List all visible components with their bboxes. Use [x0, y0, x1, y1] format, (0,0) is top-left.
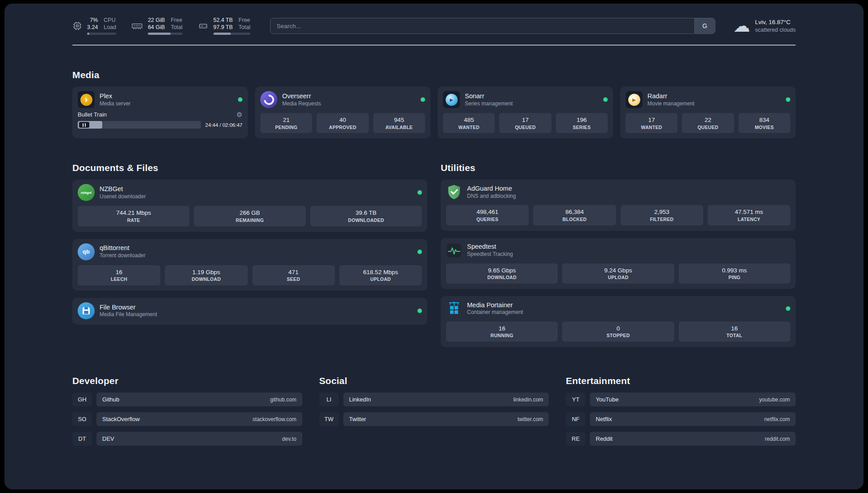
- stat-seed: 471 SEED: [252, 265, 335, 285]
- memory-widget: 22 GiB Free 64 GiB Total: [131, 17, 183, 35]
- bookmark-name: YouTube: [596, 396, 618, 403]
- service-card-filebrowser[interactable]: File Browser Media File Management: [72, 298, 427, 325]
- cloud-icon: ☁: [733, 17, 750, 34]
- stat-pending: 21 PENDING: [260, 113, 312, 133]
- stat-label: REMAINING: [196, 217, 304, 224]
- stat-value: 21: [262, 116, 310, 124]
- stat-value: 39.6 TB: [312, 209, 420, 217]
- playback-time: 24:44 / 02:06:47: [205, 122, 242, 128]
- stat-label: QUERIES: [448, 217, 527, 223]
- stat-available: 945 AVAILABLE: [373, 113, 425, 133]
- disk-widget: 52.4 TB Free 97.9 TB Total: [198, 17, 250, 35]
- stat-label: UPLOAD: [564, 275, 672, 281]
- service-card-qbittorrent[interactable]: qb qBittorrent Torrent downloader 16 LEE…: [72, 239, 427, 291]
- stat-value: 485: [445, 116, 493, 124]
- bookmark-pill: Github github.com: [96, 393, 302, 406]
- service-card-overseerr[interactable]: Overseerr Media Requests 21 PENDING 40 A…: [255, 87, 430, 138]
- section-title-media: Media: [72, 70, 796, 80]
- bookmark-dev[interactable]: DT DEV dev.to: [72, 432, 302, 446]
- stat-label: TOTAL: [680, 333, 789, 339]
- stat-value: 196: [558, 116, 606, 124]
- cpu-load: 3.24: [87, 24, 98, 31]
- stat-movies: 834 MOVIES: [739, 113, 790, 133]
- service-desc: Media Requests: [282, 100, 321, 108]
- section-documents: Documents & Files nzbget NZBGet Usenet d…: [72, 163, 427, 347]
- section-title-documents: Documents & Files: [72, 163, 427, 173]
- stat-remaining: 266 GB REMAINING: [194, 206, 305, 226]
- service-card-radarr[interactable]: ▶ Radarr Movie management 17 WANTED 22 Q…: [620, 87, 796, 138]
- bookmark-pill: YouTube youtube.com: [590, 393, 796, 406]
- stat-label: LATENCY: [709, 217, 789, 223]
- stat-label: DOWNLOAD: [167, 276, 246, 283]
- service-card-portainer[interactable]: Media Portainer Container management 16 …: [441, 296, 796, 347]
- bookmark-url: youtube.com: [759, 397, 790, 403]
- section-utilities: Utilities: [441, 163, 796, 347]
- bookmark-twitter[interactable]: TW Twitter twitter.com: [319, 412, 549, 426]
- memory-free-label: Free: [171, 17, 182, 24]
- stat-value: 266 GB: [196, 209, 304, 217]
- stat-label: WANTED: [445, 125, 493, 131]
- service-desc: Container management: [467, 309, 523, 316]
- service-desc: Movie management: [647, 100, 694, 108]
- gear-icon[interactable]: ⚙: [237, 111, 242, 118]
- weather-widget: ☁ Lviv, 16.87°C scattered clouds: [733, 17, 796, 34]
- stat-rate: 744.21 Mbps RATE: [78, 206, 189, 226]
- status-dot: [417, 309, 422, 313]
- status-dot: [603, 97, 608, 102]
- section-title-entertainment: Entertainment: [566, 376, 796, 386]
- header-divider: [72, 45, 796, 46]
- cpu-load-label: Load: [104, 24, 116, 31]
- bookmark-url: netflix.com: [764, 416, 790, 422]
- memory-icon: [131, 21, 143, 31]
- status-dot: [786, 306, 790, 311]
- bookmark-name: DEV: [102, 435, 114, 442]
- bookmark-reddit[interactable]: RE Reddit reddit.com: [566, 432, 796, 446]
- service-name: qBittorrent: [100, 244, 146, 252]
- stat-running: 16 RUNNING: [446, 322, 558, 342]
- plex-icon: ›: [78, 91, 95, 108]
- bookmark-netflix[interactable]: NF Netflix netflix.com: [566, 412, 796, 426]
- bookmark-abbr: NF: [566, 412, 585, 426]
- pause-button[interactable]: [79, 122, 89, 128]
- cpu-usage-label: CPU: [104, 17, 116, 24]
- bookmark-github[interactable]: GH Github github.com: [72, 393, 302, 406]
- service-name: Overseerr: [282, 92, 321, 100]
- service-card-sonarr[interactable]: ▶ Sonarr Series management 485 WANTED 17…: [438, 87, 613, 138]
- search-input[interactable]: [271, 18, 694, 33]
- stat-label: PING: [680, 275, 789, 281]
- search-provider-button[interactable]: G: [694, 18, 715, 33]
- status-dot: [238, 97, 242, 102]
- bookmark-linkedin[interactable]: LI LinkedIn linkedin.com: [319, 393, 549, 406]
- service-card-nzbget[interactable]: nzbget NZBGet Usenet downloader 744.21 M…: [72, 180, 427, 231]
- stat-value: 618.52 Mbps: [341, 268, 420, 276]
- playback-progress-bar[interactable]: [78, 121, 201, 129]
- service-desc: Media File Management: [100, 311, 157, 318]
- stat-filtered: 2,953 FILTERED: [621, 205, 703, 225]
- weather-condition: scattered clouds: [755, 26, 796, 33]
- radarr-icon: ▶: [626, 91, 643, 108]
- service-card-plex[interactable]: › Plex Media server Bullet Train ⚙: [72, 87, 248, 138]
- resource-widgets: 7% CPU 3.24 Load 22: [72, 17, 250, 35]
- cpu-widget: 7% CPU 3.24 Load: [72, 17, 116, 35]
- speedtest-icon: [446, 242, 462, 259]
- status-dot: [786, 97, 790, 102]
- service-card-adguard[interactable]: AdGuard Home DNS and adblocking 498,461 …: [441, 180, 796, 230]
- now-playing-title: Bullet Train: [78, 111, 107, 118]
- service-desc: Media server: [100, 100, 130, 108]
- cpu-usage-bar: [87, 33, 116, 35]
- stat-value: 17: [627, 116, 676, 124]
- stat-label: QUEUED: [501, 125, 549, 131]
- stat-total: 16 TOTAL: [679, 322, 790, 342]
- bookmark-abbr: GH: [72, 393, 92, 406]
- stat-label: LEECH: [79, 276, 159, 283]
- service-name: File Browser: [100, 303, 157, 312]
- bookmark-youtube[interactable]: YT YouTube youtube.com: [566, 393, 796, 406]
- memory-usage-bar: [148, 33, 183, 35]
- bookmark-abbr: SO: [72, 412, 92, 426]
- status-dot: [417, 190, 422, 195]
- bookmark-stackoverflow[interactable]: SO StackOverflow stackoverflow.com: [72, 412, 302, 426]
- disk-total: 97.9 TB: [213, 24, 233, 31]
- bookmark-url: stackoverflow.com: [253, 416, 296, 422]
- stat-label: WANTED: [627, 125, 676, 131]
- service-card-speedtest[interactable]: Speedtest Speedtest Tracking 9.65 Gbps D…: [441, 238, 796, 289]
